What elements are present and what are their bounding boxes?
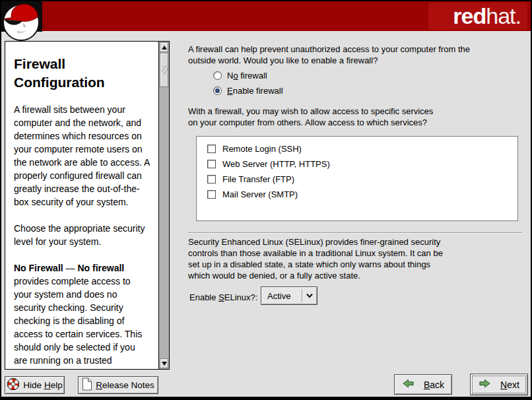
back-label: Back	[424, 380, 444, 390]
checkbox-icon[interactable]	[207, 160, 216, 168]
radio-no-firewall-label: No firewall	[227, 71, 267, 81]
selinux-dropdown-value: Active	[261, 291, 302, 301]
redhat-shadowman-logo-icon	[1, 1, 45, 44]
brand-text-red: red	[453, 3, 486, 29]
redhat-wordmark: redhat.	[428, 3, 527, 30]
selinux-description-text: Security Enhanced Linux (SELinux) provid…	[188, 236, 443, 281]
next-button[interactable]: Next	[470, 374, 528, 395]
scroll-down-button[interactable]	[160, 358, 168, 368]
next-label: Next	[500, 380, 519, 390]
help-title: Firewall Configuration	[14, 55, 150, 91]
checkbox-icon[interactable]	[207, 145, 216, 153]
selinux-dropdown[interactable]: Active	[261, 286, 317, 305]
checkbox-icon[interactable]	[207, 190, 216, 199]
hide-help-button[interactable]: Hide Help	[5, 376, 65, 394]
firewall-config-pane: A firewall can help prevent unauthorized…	[187, 41, 527, 351]
checkbox-icon[interactable]	[207, 175, 216, 183]
help-panel: Firewall Configuration A firewall sits b…	[5, 41, 170, 370]
radio-selected-icon[interactable]	[213, 86, 222, 95]
document-icon	[82, 378, 92, 393]
arrow-down-icon	[162, 362, 167, 366]
arrow-right-icon	[479, 378, 491, 391]
service-label: Web Server (HTTP, HTTPS)	[222, 159, 330, 169]
services-question-text: With a firewall, you may wish to allow a…	[188, 106, 433, 128]
help-text: Firewall Configuration A firewall sits b…	[5, 42, 158, 369]
release-notes-label: Release Notes	[96, 380, 154, 390]
chevron-down-icon	[302, 293, 317, 298]
installer-window: redhat. ® Firewall Configuration A firew…	[0, 0, 532, 400]
service-row-http[interactable]: Web Server (HTTP, HTTPS)	[197, 156, 517, 172]
life-preserver-icon	[7, 378, 20, 393]
scroll-up-button[interactable]	[160, 42, 168, 52]
service-label: Remote Login (SSH)	[222, 144, 302, 154]
radio-no-firewall[interactable]: No firewall	[213, 71, 267, 81]
firewall-intro-text: A firewall can help prevent unauthorized…	[188, 44, 470, 66]
hide-help-label: Hide Help	[23, 380, 62, 390]
registered-trademark-glyph: ®	[42, 24, 46, 29]
service-row-ftp[interactable]: File Transfer (FTP)	[197, 172, 517, 187]
radio-icon[interactable]	[213, 71, 222, 80]
header-banner: redhat.	[1, 1, 531, 31]
brand-text-hat: hat.	[486, 3, 521, 29]
arrow-left-icon	[402, 378, 415, 391]
section-separator	[188, 232, 522, 234]
services-list: Remote Login (SSH) Web Server (HTTP, HTT…	[196, 136, 518, 221]
back-button[interactable]: Back	[394, 374, 452, 395]
help-paragraph-3: No Firewall — No firewall provides compl…	[14, 261, 150, 367]
service-row-ssh[interactable]: Remote Login (SSH)	[197, 141, 517, 156]
radio-enable-firewall-label: Enable firewall	[227, 86, 283, 96]
service-label: File Transfer (FTP)	[222, 174, 294, 184]
selinux-label: Enable SELinux?:	[189, 292, 257, 302]
release-notes-button[interactable]: Release Notes	[78, 376, 158, 394]
scrollbar-thumb[interactable]	[160, 53, 168, 87]
help-scrollbar[interactable]	[158, 42, 169, 369]
arrow-up-icon	[162, 46, 167, 50]
service-label: Mail Server (SMTP)	[222, 189, 298, 199]
radio-enable-firewall[interactable]: Enable firewall	[213, 86, 283, 96]
service-row-smtp[interactable]: Mail Server (SMTP)	[197, 187, 517, 202]
help-paragraph-1: A firewall sits between your computer an…	[14, 103, 150, 209]
help-paragraph-2: Choose the appropriate security level fo…	[14, 222, 150, 248]
